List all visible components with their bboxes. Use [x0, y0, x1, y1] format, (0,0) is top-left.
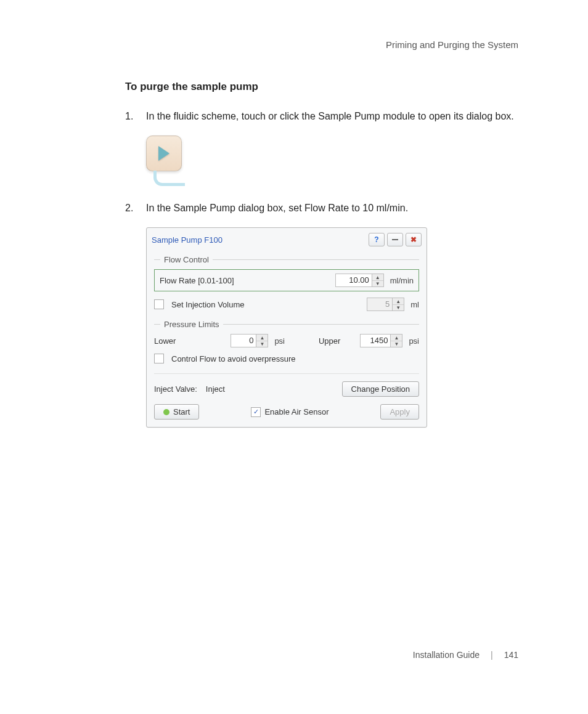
injection-volume-unit: ml	[410, 300, 419, 309]
page-number: 141	[504, 650, 518, 660]
step-number: 1.	[125, 109, 146, 123]
minimize-button[interactable]	[387, 233, 403, 246]
flow-rate-label: Flow Rate [0.01-100]	[160, 276, 332, 285]
inject-valve-label: Inject Valve:	[154, 384, 197, 394]
help-button[interactable]: ?	[369, 233, 385, 246]
step-text: In the fluidic scheme, touch or click th…	[146, 109, 520, 123]
start-status-icon	[163, 409, 169, 415]
section-title: To purge the sample pump	[125, 81, 520, 93]
dialog-title: Sample Pump F100	[152, 235, 366, 245]
change-position-button[interactable]: Change Position	[342, 381, 419, 397]
spinner-up-icon[interactable]: ▲	[372, 274, 383, 281]
spinner-down-icon[interactable]: ▼	[372, 281, 383, 287]
sample-pump-module-icon[interactable]	[146, 136, 186, 185]
spinner-up-icon[interactable]: ▲	[391, 335, 402, 341]
pressure-upper-spinner[interactable]: 1450 ▲▼	[360, 334, 402, 347]
sample-pump-dialog: Sample Pump F100 ? ✖ Flow Control Flow R…	[146, 227, 427, 428]
injection-volume-row: ✓ Set Injection Volume 5 ▲▼ ml	[154, 298, 419, 311]
pressure-upper-unit: psi	[409, 336, 419, 346]
pressure-upper-value[interactable]: 1450	[360, 334, 390, 347]
spinner-down-icon[interactable]: ▼	[391, 341, 402, 347]
close-button[interactable]: ✖	[406, 233, 422, 246]
apply-button: Apply	[380, 404, 419, 420]
start-button[interactable]: Start	[154, 404, 199, 420]
spinner-up-icon: ▲	[393, 298, 404, 305]
step-2: 2. In the Sample Pump dialog box, set Fl…	[125, 201, 520, 215]
overpressure-checkbox[interactable]: ✓	[154, 354, 164, 363]
flow-rate-row: Flow Rate [0.01-100] 10.00 ▲▼ ml/min	[154, 269, 419, 291]
pressure-lower-spinner[interactable]: 0 ▲▼	[231, 334, 268, 347]
inject-valve-value: Inject	[206, 384, 225, 394]
pressure-lower-label: Lower	[154, 336, 176, 346]
step-1: 1. In the fluidic scheme, touch or click…	[125, 109, 520, 123]
running-header: Priming and Purging the System	[386, 39, 518, 50]
flow-control-legend: Flow Control	[154, 255, 419, 264]
overpressure-label: Control Flow to avoid overpressure	[171, 354, 296, 363]
spinner-up-icon[interactable]: ▲	[256, 335, 267, 341]
divider	[154, 373, 419, 374]
step-number: 2.	[125, 201, 146, 215]
overpressure-row: ✓ Control Flow to avoid overpressure	[154, 354, 419, 363]
flow-rate-unit: ml/min	[390, 276, 414, 285]
minimize-icon	[392, 239, 398, 240]
flow-rate-spinner[interactable]: 10.00 ▲▼	[335, 274, 384, 287]
injection-volume-checkbox[interactable]: ✓	[154, 299, 164, 309]
injection-volume-value: 5	[367, 298, 392, 311]
step-text: In the Sample Pump dialog box, set Flow …	[146, 201, 520, 215]
enable-air-sensor-checkbox[interactable]: ✓	[251, 407, 261, 417]
spinner-down-icon: ▼	[393, 305, 404, 311]
dialog-titlebar: Sample Pump F100 ? ✖	[147, 228, 427, 248]
pressure-lower-unit: psi	[274, 336, 285, 346]
pressure-upper-label: Upper	[319, 336, 340, 346]
pressure-limits-row: Lower 0 ▲▼ psi Upper 14	[154, 334, 419, 347]
injection-volume-spinner: 5 ▲▼	[367, 298, 404, 311]
play-icon	[158, 146, 169, 161]
pressure-limits-legend: Pressure Limits	[154, 320, 419, 329]
spinner-down-icon[interactable]: ▼	[256, 341, 267, 347]
pressure-lower-value[interactable]: 0	[231, 334, 256, 347]
footer-separator: |	[491, 650, 493, 660]
flow-rate-value[interactable]: 10.00	[335, 274, 372, 287]
inject-valve-row: Inject Valve: Inject Change Position	[154, 381, 419, 397]
page-footer: Installation Guide | 141	[413, 650, 518, 660]
footer-guide-name: Installation Guide	[413, 650, 480, 660]
enable-air-sensor-label: Enable Air Sensor	[264, 407, 329, 416]
injection-volume-label: Set Injection Volume	[171, 300, 363, 309]
